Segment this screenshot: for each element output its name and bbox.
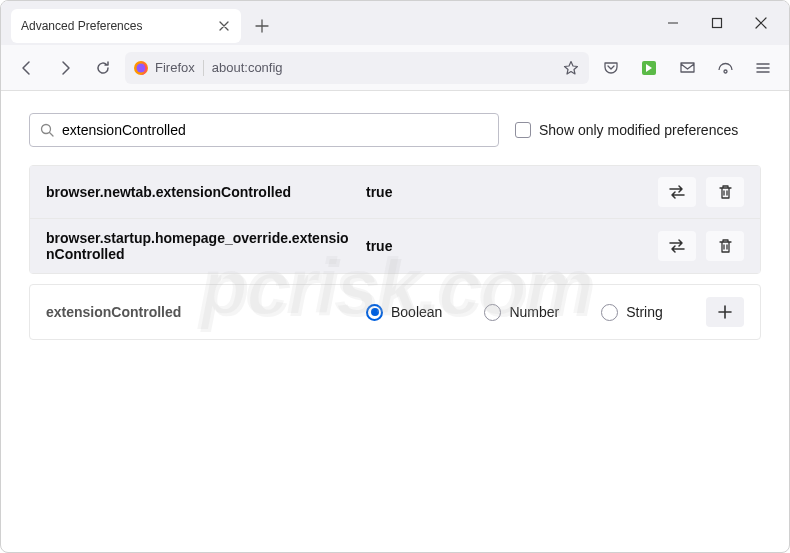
delete-button[interactable] (706, 231, 744, 261)
pref-name: browser.newtab.extensionControlled (46, 184, 366, 200)
radio-boolean[interactable]: Boolean (366, 304, 442, 321)
toolbar: Firefox about:config (1, 45, 789, 91)
toggle-button[interactable] (658, 177, 696, 207)
toggle-button[interactable] (658, 231, 696, 261)
checkbox-icon (515, 122, 531, 138)
close-tab-icon[interactable] (217, 19, 231, 33)
vpn-button[interactable] (709, 52, 741, 84)
url-bar[interactable]: Firefox about:config (125, 52, 589, 84)
radio-icon (366, 304, 383, 321)
new-tab-button[interactable] (247, 11, 277, 41)
svg-rect-0 (713, 19, 722, 28)
plus-icon (718, 305, 732, 319)
prefs-table: browser.newtab.extensionControlled true … (29, 165, 761, 274)
pref-value: true (366, 184, 658, 200)
menu-button[interactable] (747, 52, 779, 84)
url-text: about:config (212, 60, 553, 75)
search-icon (40, 123, 54, 137)
pref-value: true (366, 238, 658, 254)
radio-number[interactable]: Number (484, 304, 559, 321)
mail-button[interactable] (671, 52, 703, 84)
titlebar: Advanced Preferences (1, 1, 789, 45)
tab-title: Advanced Preferences (21, 19, 217, 33)
show-modified-checkbox[interactable]: Show only modified preferences (515, 122, 738, 138)
pref-name: browser.startup.homepage_override.extens… (46, 230, 366, 262)
swap-icon (668, 185, 686, 199)
radio-icon (484, 304, 501, 321)
trash-icon (718, 238, 733, 254)
bookmark-star-icon[interactable] (561, 58, 581, 78)
delete-button[interactable] (706, 177, 744, 207)
minimize-button[interactable] (651, 1, 695, 45)
trash-icon (718, 184, 733, 200)
reload-button[interactable] (87, 52, 119, 84)
identity-label: Firefox (155, 60, 195, 75)
back-button[interactable] (11, 52, 43, 84)
maximize-button[interactable] (695, 1, 739, 45)
extension-button[interactable] (633, 52, 665, 84)
search-box[interactable] (29, 113, 499, 147)
svg-point-2 (137, 63, 146, 72)
radio-icon (601, 304, 618, 321)
identity-box[interactable]: Firefox (133, 60, 204, 76)
add-button[interactable] (706, 297, 744, 327)
content-area: Show only modified preferences browser.n… (1, 91, 789, 362)
forward-button[interactable] (49, 52, 81, 84)
add-pref-name: extensionControlled (46, 304, 366, 320)
search-input[interactable] (62, 122, 488, 138)
browser-tab[interactable]: Advanced Preferences (11, 9, 241, 43)
add-pref-row: extensionControlled Boolean Number Strin… (29, 284, 761, 340)
pref-row: browser.newtab.extensionControlled true (30, 166, 760, 219)
firefox-icon (133, 60, 149, 76)
swap-icon (668, 239, 686, 253)
pocket-button[interactable] (595, 52, 627, 84)
radio-string[interactable]: String (601, 304, 663, 321)
pref-row: browser.startup.homepage_override.extens… (30, 219, 760, 273)
window-close-button[interactable] (739, 1, 783, 45)
search-row: Show only modified preferences (29, 113, 761, 147)
modified-label: Show only modified preferences (539, 122, 738, 138)
